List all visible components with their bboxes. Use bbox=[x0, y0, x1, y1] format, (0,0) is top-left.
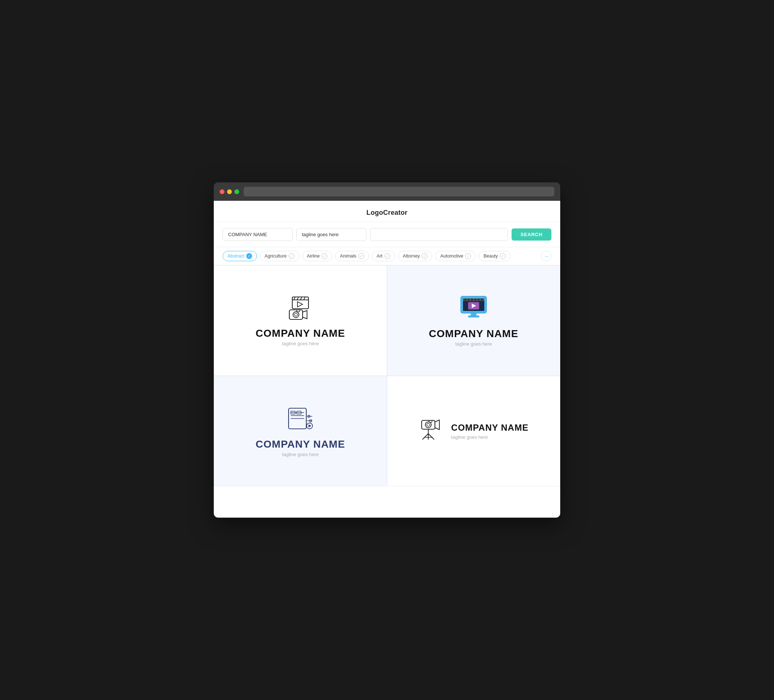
logo-icon-3 bbox=[286, 405, 315, 432]
keyword-input[interactable] bbox=[370, 228, 508, 241]
traffic-lights bbox=[220, 189, 239, 194]
filter-bar: AbstractAgricultureAirlineAnimalsArtAtto… bbox=[214, 247, 560, 265]
filter-tag-automotive[interactable]: Automotive bbox=[435, 251, 476, 261]
svg-point-9 bbox=[294, 313, 298, 316]
filter-tag-abstract[interactable]: Abstract bbox=[223, 251, 257, 261]
svg-line-45 bbox=[428, 434, 434, 439]
filter-tag-animals[interactable]: Animals bbox=[335, 251, 369, 261]
filter-label-attorney: Attorney bbox=[403, 253, 420, 259]
company-name-input[interactable] bbox=[223, 228, 293, 241]
browser-content: LogoCreator SEARCH AbstractAgricultureAi… bbox=[214, 201, 560, 518]
logo-3-company: COMPANY NAME bbox=[256, 438, 346, 450]
svg-rect-16 bbox=[471, 299, 473, 300]
close-button[interactable] bbox=[220, 189, 225, 194]
filter-tag-attorney[interactable]: Attorney bbox=[398, 251, 433, 261]
app-header: LogoCreator bbox=[214, 201, 560, 222]
app-title: LogoCreator bbox=[366, 209, 407, 216]
filter-check-agriculture bbox=[289, 253, 294, 259]
filter-label-beauty: Beauty bbox=[484, 253, 498, 259]
browser-window: LogoCreator SEARCH AbstractAgricultureAi… bbox=[214, 182, 560, 518]
logo-card-2[interactable]: COMPANY NAME tagline goes here bbox=[387, 265, 560, 376]
svg-rect-17 bbox=[475, 299, 476, 300]
svg-line-3 bbox=[297, 297, 299, 300]
svg-rect-15 bbox=[468, 299, 470, 300]
logo-4-tagline: tagline goes here bbox=[451, 434, 529, 440]
svg-marker-6 bbox=[298, 302, 303, 307]
filter-check-automotive bbox=[465, 253, 471, 259]
svg-rect-41 bbox=[429, 420, 432, 422]
logo-3-tagline: tagline goes here bbox=[282, 452, 319, 457]
logo-card-4[interactable]: COMPANY NAME tagline goes here bbox=[387, 376, 560, 486]
svg-point-40 bbox=[427, 423, 430, 426]
filter-label-airline: Airline bbox=[307, 253, 320, 259]
svg-rect-19 bbox=[481, 299, 483, 300]
filter-label-abstract: Abstract bbox=[227, 253, 244, 259]
address-bar[interactable] bbox=[244, 187, 554, 196]
svg-rect-18 bbox=[478, 299, 480, 300]
filter-tag-beauty[interactable]: Beauty bbox=[479, 251, 511, 261]
svg-rect-7 bbox=[289, 310, 303, 319]
logo-card-1[interactable]: COMPANY NAME tagline goes here bbox=[214, 265, 387, 376]
svg-rect-24 bbox=[468, 316, 479, 317]
filter-check-beauty bbox=[500, 253, 506, 259]
tagline-input[interactable] bbox=[296, 228, 366, 241]
filter-label-animals: Animals bbox=[340, 253, 356, 259]
filter-next-button[interactable]: → bbox=[541, 251, 551, 261]
minimize-button[interactable] bbox=[227, 189, 232, 194]
logo-icon-4 bbox=[419, 414, 445, 441]
svg-line-5 bbox=[304, 297, 305, 300]
svg-point-39 bbox=[425, 422, 431, 428]
logo-4-company: COMPANY NAME bbox=[451, 423, 529, 433]
filter-check-art bbox=[384, 253, 390, 259]
filter-check-animals bbox=[358, 253, 364, 259]
filter-label-art: Art bbox=[377, 253, 382, 259]
svg-point-8 bbox=[293, 312, 299, 318]
logo-icon-2 bbox=[457, 295, 490, 321]
filter-tag-agriculture[interactable]: Agriculture bbox=[260, 251, 299, 261]
filter-label-automotive: Automotive bbox=[440, 253, 463, 259]
search-bar: SEARCH bbox=[214, 222, 560, 247]
filter-check-abstract bbox=[246, 253, 252, 259]
browser-titlebar bbox=[214, 182, 560, 201]
logo-icon-1 bbox=[286, 295, 315, 321]
svg-line-4 bbox=[300, 297, 302, 300]
logo-1-tagline: tagline goes here bbox=[282, 341, 319, 346]
search-button[interactable]: SEARCH bbox=[511, 228, 551, 241]
logo-card-3[interactable]: COMPANY NAME tagline goes here bbox=[214, 376, 387, 486]
logo-4-text: COMPANY NAME tagline goes here bbox=[451, 423, 529, 440]
svg-line-2 bbox=[294, 297, 295, 300]
svg-rect-14 bbox=[465, 299, 466, 300]
filter-check-attorney bbox=[422, 253, 428, 259]
filter-check-airline bbox=[321, 253, 327, 259]
filter-tag-airline[interactable]: Airline bbox=[302, 251, 332, 261]
filter-label-agriculture: Agriculture bbox=[265, 253, 287, 259]
logo-1-company: COMPANY NAME bbox=[256, 327, 346, 339]
logo-4-inner: COMPANY NAME tagline goes here bbox=[419, 414, 529, 447]
logo-2-company: COMPANY NAME bbox=[429, 328, 519, 340]
maximize-button[interactable] bbox=[235, 189, 239, 194]
logo-grid: COMPANY NAME tagline goes here bbox=[214, 265, 560, 486]
svg-marker-37 bbox=[309, 424, 311, 428]
logo-2-tagline: tagline goes here bbox=[455, 341, 492, 347]
svg-rect-10 bbox=[297, 310, 299, 312]
filter-tag-art[interactable]: Art bbox=[372, 251, 395, 261]
svg-line-43 bbox=[422, 434, 428, 439]
